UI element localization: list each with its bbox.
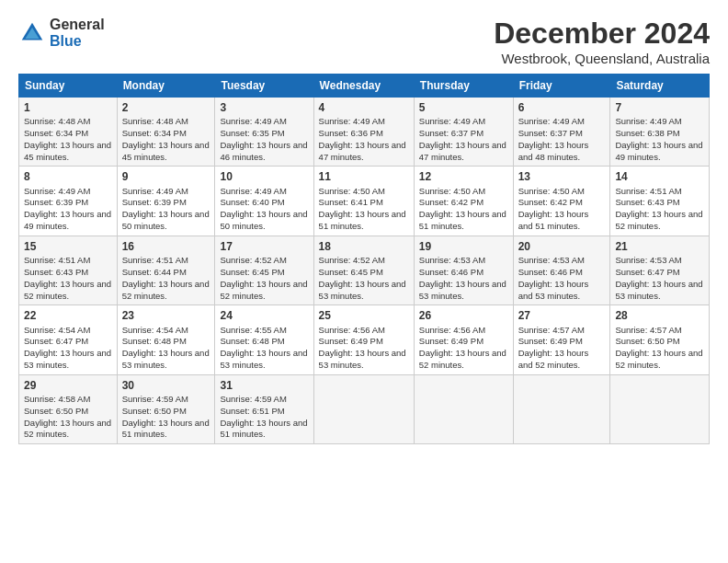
daylight-text: Daylight: 13 hours and 46 minutes.: [220, 140, 307, 162]
sub-title: Westbrook, Queensland, Australia: [494, 51, 710, 66]
calendar-row: 29Sunrise: 4:58 AMSunset: 6:50 PMDayligh…: [19, 374, 710, 443]
sunrise-text: Sunrise: 4:57 AM: [518, 325, 585, 335]
day-number: 8: [24, 169, 112, 184]
sunset-text: Sunset: 6:47 PM: [24, 336, 88, 346]
logo-text: General Blue: [50, 17, 105, 49]
table-cell: 13Sunrise: 4:50 AMSunset: 6:42 PMDayligh…: [513, 167, 610, 236]
daylight-text: Daylight: 13 hours and 53 minutes.: [319, 348, 406, 370]
sunrise-text: Sunrise: 4:49 AM: [220, 116, 286, 126]
day-number: 11: [319, 169, 409, 184]
daylight-text: Daylight: 13 hours and 45 minutes.: [24, 140, 111, 162]
sunset-text: Sunset: 6:36 PM: [319, 128, 383, 138]
table-cell: 8Sunrise: 4:49 AMSunset: 6:39 PMDaylight…: [19, 167, 118, 236]
sunset-text: Sunset: 6:45 PM: [319, 267, 383, 277]
table-cell: [610, 374, 710, 443]
daylight-text: Daylight: 13 hours and 51 minutes.: [122, 418, 210, 440]
table-cell: 1Sunrise: 4:48 AMSunset: 6:34 PMDaylight…: [19, 98, 118, 167]
sunset-text: Sunset: 6:50 PM: [122, 406, 187, 416]
table-cell: 24Sunrise: 4:55 AMSunset: 6:48 PMDayligh…: [215, 305, 313, 374]
day-number: 25: [319, 308, 409, 323]
daylight-text: Daylight: 13 hours and 52 minutes.: [220, 279, 307, 301]
sunrise-text: Sunrise: 4:49 AM: [122, 186, 188, 196]
header-saturday: Saturday: [610, 75, 710, 98]
daylight-text: Daylight: 13 hours and 52 minutes.: [122, 279, 210, 301]
day-number: 23: [122, 308, 210, 323]
daylight-text: Daylight: 13 hours and 45 minutes.: [122, 140, 210, 162]
table-cell: 28Sunrise: 4:57 AMSunset: 6:50 PMDayligh…: [610, 305, 710, 374]
day-number: 1: [24, 100, 112, 115]
table-cell: 18Sunrise: 4:52 AMSunset: 6:45 PMDayligh…: [313, 236, 414, 304]
daylight-text: Daylight: 13 hours and 53 minutes.: [24, 348, 111, 370]
sunset-text: Sunset: 6:47 PM: [615, 267, 679, 277]
day-number: 4: [319, 100, 409, 115]
daylight-text: Daylight: 13 hours and 51 minutes.: [319, 209, 406, 231]
sunrise-text: Sunrise: 4:55 AM: [220, 325, 286, 335]
day-number: 9: [122, 169, 210, 184]
sunrise-text: Sunrise: 4:56 AM: [419, 325, 485, 335]
table-cell: 22Sunrise: 4:54 AMSunset: 6:47 PMDayligh…: [19, 305, 118, 374]
table-cell: 4Sunrise: 4:49 AMSunset: 6:36 PMDaylight…: [313, 98, 414, 167]
sunrise-text: Sunrise: 4:49 AM: [419, 116, 485, 126]
sunrise-text: Sunrise: 4:50 AM: [518, 186, 585, 196]
sunset-text: Sunset: 6:48 PM: [122, 336, 187, 346]
day-number: 5: [419, 100, 508, 115]
sunset-text: Sunset: 6:48 PM: [220, 336, 284, 346]
daylight-text: Daylight: 13 hours and 47 minutes.: [319, 140, 406, 162]
daylight-text: Daylight: 13 hours and 53 minutes.: [319, 279, 406, 301]
table-cell: 2Sunrise: 4:48 AMSunset: 6:34 PMDaylight…: [117, 98, 215, 167]
daylight-text: Daylight: 13 hours and 50 minutes.: [220, 209, 307, 231]
table-cell: 31Sunrise: 4:59 AMSunset: 6:51 PMDayligh…: [215, 374, 313, 443]
logo: General Blue: [18, 17, 105, 49]
daylight-text: Daylight: 13 hours and 47 minutes.: [419, 140, 506, 162]
sunrise-text: Sunrise: 4:49 AM: [220, 186, 286, 196]
sunrise-text: Sunrise: 4:48 AM: [24, 116, 90, 126]
header-friday: Friday: [513, 75, 610, 98]
day-number: 30: [122, 378, 210, 393]
sunset-text: Sunset: 6:39 PM: [122, 197, 187, 207]
logo-icon: [18, 19, 46, 47]
table-cell: 27Sunrise: 4:57 AMSunset: 6:49 PMDayligh…: [513, 305, 610, 374]
day-number: 16: [122, 239, 210, 254]
day-number: 2: [122, 100, 210, 115]
table-cell: 14Sunrise: 4:51 AMSunset: 6:43 PMDayligh…: [610, 167, 710, 236]
calendar-row: 1Sunrise: 4:48 AMSunset: 6:34 PMDaylight…: [19, 98, 710, 167]
sunset-text: Sunset: 6:40 PM: [220, 197, 284, 207]
daylight-text: Daylight: 13 hours and 52 minutes.: [518, 348, 589, 370]
sunset-text: Sunset: 6:44 PM: [122, 267, 187, 277]
calendar-row: 22Sunrise: 4:54 AMSunset: 6:47 PMDayligh…: [19, 305, 710, 374]
day-number: 24: [220, 308, 308, 323]
table-cell: 6Sunrise: 4:49 AMSunset: 6:37 PMDaylight…: [513, 98, 610, 167]
day-number: 10: [220, 169, 308, 184]
sunset-text: Sunset: 6:42 PM: [518, 197, 583, 207]
title-area: December 2024 Westbrook, Queensland, Aus…: [494, 17, 710, 66]
sunset-text: Sunset: 6:38 PM: [615, 128, 679, 138]
day-number: 31: [220, 378, 308, 393]
sunrise-text: Sunrise: 4:49 AM: [615, 116, 681, 126]
calendar-table: Sunday Monday Tuesday Wednesday Thursday…: [18, 74, 710, 444]
sunset-text: Sunset: 6:35 PM: [220, 128, 284, 138]
daylight-text: Daylight: 13 hours and 52 minutes.: [615, 209, 702, 231]
daylight-text: Daylight: 13 hours and 53 minutes.: [122, 348, 210, 370]
calendar-row: 15Sunrise: 4:51 AMSunset: 6:43 PMDayligh…: [19, 236, 710, 304]
sunrise-text: Sunrise: 4:52 AM: [319, 255, 385, 265]
day-number: 20: [518, 239, 606, 254]
table-cell: [414, 374, 513, 443]
day-number: 17: [220, 239, 308, 254]
sunrise-text: Sunrise: 4:53 AM: [518, 255, 585, 265]
daylight-text: Daylight: 13 hours and 49 minutes.: [24, 209, 111, 231]
sunset-text: Sunset: 6:41 PM: [319, 197, 383, 207]
sunrise-text: Sunrise: 4:50 AM: [419, 186, 485, 196]
day-number: 21: [615, 239, 704, 254]
daylight-text: Daylight: 13 hours and 52 minutes.: [24, 279, 111, 301]
sunrise-text: Sunrise: 4:49 AM: [319, 116, 385, 126]
day-number: 28: [615, 308, 704, 323]
header: General Blue December 2024 Westbrook, Qu…: [18, 17, 710, 66]
table-cell: 29Sunrise: 4:58 AMSunset: 6:50 PMDayligh…: [19, 374, 118, 443]
daylight-text: Daylight: 13 hours and 48 minutes.: [518, 140, 589, 162]
table-cell: 21Sunrise: 4:53 AMSunset: 6:47 PMDayligh…: [610, 236, 710, 304]
sunrise-text: Sunrise: 4:54 AM: [24, 325, 90, 335]
table-cell: 12Sunrise: 4:50 AMSunset: 6:42 PMDayligh…: [414, 167, 513, 236]
table-cell: 9Sunrise: 4:49 AMSunset: 6:39 PMDaylight…: [117, 167, 215, 236]
day-number: 19: [419, 239, 508, 254]
sunset-text: Sunset: 6:39 PM: [24, 197, 88, 207]
